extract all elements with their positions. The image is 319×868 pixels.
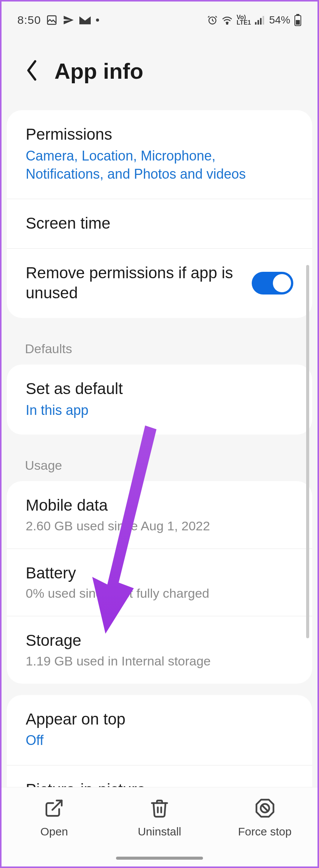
mobile-data-subtitle: 2.60 GB used since Aug 1, 2022 (26, 519, 293, 533)
set-as-default-item[interactable]: Set as default In this app (7, 365, 312, 435)
back-button[interactable] (24, 59, 39, 83)
mobile-data-title: Mobile data (26, 496, 293, 516)
header: App info (2, 36, 317, 110)
send-icon (63, 14, 74, 26)
uninstall-label: Uninstall (138, 825, 181, 838)
remove-permissions-item[interactable]: Remove permissions if app is unused (7, 249, 312, 318)
appear-on-top-item[interactable]: Appear on top Off (7, 695, 312, 765)
svg-rect-9 (296, 20, 300, 25)
status-left: 8:50 (17, 14, 99, 26)
appear-on-top-title: Appear on top (26, 709, 293, 729)
usage-section-label: Usage (2, 444, 317, 481)
status-bar: 8:50 Vo)LTE1 54% (2, 2, 317, 36)
force-stop-button[interactable]: Force stop (213, 798, 317, 838)
storage-title: Storage (26, 631, 293, 651)
battery-icon (294, 14, 302, 26)
svg-rect-6 (263, 16, 264, 25)
screen-time-title: Screen time (26, 213, 293, 234)
battery-title: Battery (26, 563, 293, 583)
wifi-icon (221, 16, 233, 25)
uninstall-button[interactable]: Uninstall (107, 798, 212, 838)
more-dot-icon (96, 19, 99, 22)
mail-icon (79, 16, 91, 25)
svg-point-2 (226, 23, 228, 25)
status-time: 8:50 (17, 14, 41, 26)
battery-item[interactable]: Battery 0% used since last fully charged (7, 549, 312, 617)
set-as-default-title: Set as default (26, 379, 293, 399)
remove-permissions-toggle[interactable] (252, 272, 293, 295)
card-permissions-group: Permissions Camera, Location, Microphone… (7, 110, 312, 318)
permissions-title: Permissions (26, 125, 293, 145)
svg-rect-4 (257, 20, 259, 25)
force-stop-label: Force stop (238, 825, 292, 838)
svg-line-10 (53, 801, 62, 810)
open-icon (44, 798, 64, 820)
trash-icon (149, 798, 170, 820)
bottom-action-bar: Open Uninstall Force stop (2, 787, 317, 866)
volte-icon: Vo)LTE1 (237, 15, 251, 26)
open-label: Open (40, 825, 68, 838)
gallery-icon (46, 14, 57, 26)
svg-rect-3 (255, 22, 257, 25)
card-usage: Mobile data 2.60 GB used since Aug 1, 20… (7, 481, 312, 684)
screen-time-item[interactable]: Screen time (7, 199, 312, 249)
appear-on-top-subtitle: Off (26, 731, 293, 750)
scroll-indicator[interactable] (306, 265, 309, 638)
card-defaults: Set as default In this app (7, 365, 312, 435)
svg-rect-5 (260, 18, 262, 25)
storage-subtitle: 1.19 GB used in Internal storage (26, 654, 293, 669)
signal-icon (255, 16, 265, 25)
status-right: Vo)LTE1 54% (207, 14, 302, 26)
page-title: App info (54, 58, 143, 84)
defaults-section-label: Defaults (2, 328, 317, 365)
permissions-item[interactable]: Permissions Camera, Location, Microphone… (7, 110, 312, 199)
stop-icon (255, 798, 275, 820)
set-as-default-subtitle: In this app (26, 401, 293, 420)
permissions-subtitle: Camera, Location, Microphone, Notificati… (26, 147, 293, 184)
nav-pill[interactable] (116, 857, 203, 860)
battery-text: 54% (269, 14, 290, 26)
open-button[interactable]: Open (2, 798, 106, 838)
alarm-icon (207, 15, 218, 25)
storage-item[interactable]: Storage 1.19 GB used in Internal storage (7, 616, 312, 684)
svg-line-13 (262, 805, 268, 811)
battery-subtitle: 0% used since last fully charged (26, 586, 293, 601)
mobile-data-item[interactable]: Mobile data 2.60 GB used since Aug 1, 20… (7, 481, 312, 549)
remove-permissions-title: Remove permissions if app is unused (26, 263, 240, 303)
